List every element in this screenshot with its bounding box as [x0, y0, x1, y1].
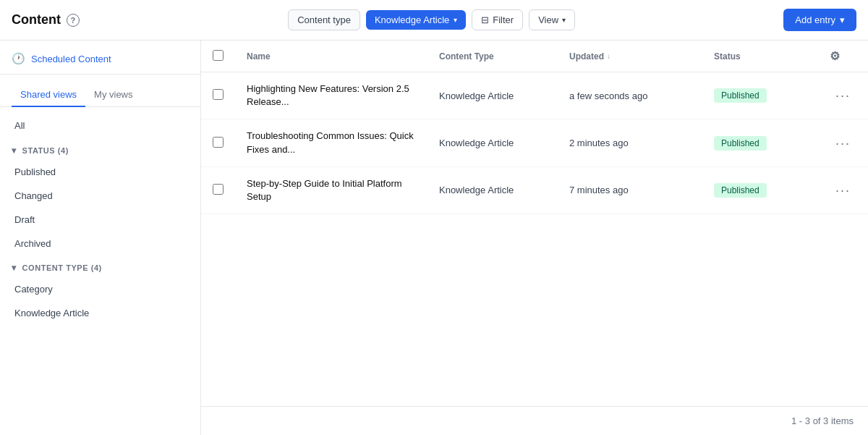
row-content-type-cell: Knowledge Article	[427, 119, 558, 166]
filter-button[interactable]: ⊟ Filter	[472, 9, 523, 30]
pagination-text: 1 - 3 of 3 items	[791, 415, 854, 426]
view-label: View	[538, 14, 558, 25]
row-updated-cell: 7 minutes ago	[558, 166, 702, 214]
row-name[interactable]: Troubleshooting Common Issues: Quick Fix…	[247, 130, 414, 154]
status-badge: Published	[714, 183, 767, 198]
help-icon[interactable]: ?	[67, 14, 80, 27]
row-content-type: Knowledge Article	[439, 185, 514, 195]
pagination-row: 1 - 3 of 3 items	[201, 406, 868, 435]
sort-icon: ↓	[607, 52, 610, 60]
entries-table: Name Content Type Updated	[201, 41, 868, 214]
settings-column-header[interactable]: ⚙	[818, 41, 868, 72]
tab-shared-views[interactable]: Shared views	[12, 83, 85, 107]
row-actions-cell: ···	[818, 72, 868, 119]
row-updated-cell: 2 minutes ago	[558, 119, 702, 166]
content-type-select[interactable]: Knowledge Article ▾	[366, 10, 466, 30]
row-name[interactable]: Step-by-Step Guide to Initial Platform S…	[247, 178, 402, 202]
top-header: Content ? Content type Knowledge Article…	[0, 0, 868, 41]
status-column-header: Status	[702, 41, 818, 72]
row-more-button[interactable]: ···	[830, 181, 856, 200]
add-entry-label: Add entry	[795, 14, 835, 25]
gear-icon[interactable]: ⚙	[830, 50, 840, 62]
scheduled-content-label: Scheduled Content	[31, 54, 111, 64]
table-container: Name Content Type Updated	[201, 41, 868, 406]
row-checkbox-cell[interactable]	[201, 166, 235, 214]
app-layout: Content ? Content type Knowledge Article…	[0, 0, 868, 435]
content-type-toggle-icon: ▾	[12, 263, 17, 273]
sidebar-section-content-type[interactable]: ▾ CONTENT TYPE (4)	[0, 255, 200, 277]
filter-icon: ⊟	[481, 14, 489, 25]
table-row: Step-by-Step Guide to Initial Platform S…	[201, 166, 868, 214]
row-content-type-cell: Knowledge Article	[427, 166, 558, 214]
status-section-title: STATUS (4)	[22, 146, 69, 155]
updated-column-header[interactable]: Updated ↓	[558, 41, 702, 72]
sidebar-tabs: Shared views My views	[0, 75, 200, 107]
row-actions-cell: ···	[818, 166, 868, 214]
row-checkbox-cell[interactable]	[201, 119, 235, 166]
scheduled-content-button[interactable]: 🕐 Scheduled Content	[0, 41, 200, 74]
content-type-label: Content type	[288, 9, 360, 30]
app-title: Content	[12, 12, 61, 28]
sidebar-nav: All ▾ STATUS (4) Published Changed Draft…	[0, 107, 200, 331]
row-content-type: Knowledge Article	[439, 90, 514, 101]
row-updated: a few seconds ago	[569, 90, 647, 101]
table-row: Troubleshooting Common Issues: Quick Fix…	[201, 119, 868, 166]
status-toggle-icon: ▾	[12, 145, 17, 156]
row-name-cell: Troubleshooting Common Issues: Quick Fix…	[235, 119, 427, 166]
clock-icon: 🕐	[12, 52, 25, 65]
row-updated-cell: a few seconds ago	[558, 72, 702, 119]
sidebar-all[interactable]: All	[0, 113, 200, 138]
add-entry-chevron-icon: ▾	[840, 14, 845, 25]
status-badge: Published	[714, 88, 767, 103]
row-checkbox-cell[interactable]	[201, 72, 235, 119]
sidebar: 🕐 Scheduled Content Shared views My view…	[0, 41, 201, 435]
row-updated: 2 minutes ago	[569, 138, 629, 148]
main-body: 🕐 Scheduled Content Shared views My view…	[0, 41, 868, 435]
sidebar-section-status[interactable]: ▾ STATUS (4)	[0, 138, 200, 160]
row-updated: 7 minutes ago	[569, 185, 629, 195]
table-row: Highlighting New Features: Version 2.5 R…	[201, 72, 868, 119]
row-content-type: Knowledge Article	[439, 138, 514, 148]
row-status-cell: Published	[702, 72, 818, 119]
row-name-cell: Highlighting New Features: Version 2.5 R…	[235, 72, 427, 119]
row-actions-cell: ···	[818, 119, 868, 166]
row-name-cell: Step-by-Step Guide to Initial Platform S…	[235, 166, 427, 214]
select-all-header[interactable]	[201, 41, 235, 72]
status-badge: Published	[714, 136, 767, 151]
sidebar-item-draft[interactable]: Draft	[0, 208, 200, 232]
row-more-button[interactable]: ···	[830, 86, 856, 105]
header-left: Content ?	[12, 12, 80, 28]
row-name[interactable]: Highlighting New Features: Version 2.5 R…	[247, 83, 409, 107]
header-center: Content type Knowledge Article ▾ ⊟ Filte…	[288, 9, 575, 30]
content-type-value: Knowledge Article	[375, 14, 449, 25]
row-checkbox[interactable]	[213, 137, 224, 148]
content-area: Name Content Type Updated	[201, 41, 868, 435]
sidebar-item-category[interactable]: Category	[0, 277, 200, 301]
select-all-checkbox[interactable]	[213, 50, 224, 61]
view-button[interactable]: View ▾	[529, 9, 575, 30]
tab-my-views[interactable]: My views	[85, 83, 141, 107]
content-type-column-header: Content Type	[427, 41, 558, 72]
row-checkbox[interactable]	[213, 184, 224, 195]
filter-label: Filter	[493, 14, 514, 25]
sidebar-item-archived[interactable]: Archived	[0, 232, 200, 255]
row-status-cell: Published	[702, 119, 818, 166]
row-status-cell: Published	[702, 166, 818, 214]
name-column-header[interactable]: Name	[235, 41, 427, 72]
row-more-button[interactable]: ···	[830, 134, 856, 153]
view-chevron-icon: ▾	[562, 16, 566, 24]
chevron-down-icon: ▾	[454, 16, 457, 24]
add-entry-button[interactable]: Add entry ▾	[783, 9, 856, 31]
row-checkbox[interactable]	[213, 89, 224, 100]
row-content-type-cell: Knowledge Article	[427, 72, 558, 119]
sidebar-item-knowledge-article[interactable]: Knowledge Article	[0, 301, 200, 325]
sidebar-item-changed[interactable]: Changed	[0, 184, 200, 208]
content-type-section-title: CONTENT TYPE (4)	[22, 263, 102, 272]
sidebar-item-published[interactable]: Published	[0, 160, 200, 184]
